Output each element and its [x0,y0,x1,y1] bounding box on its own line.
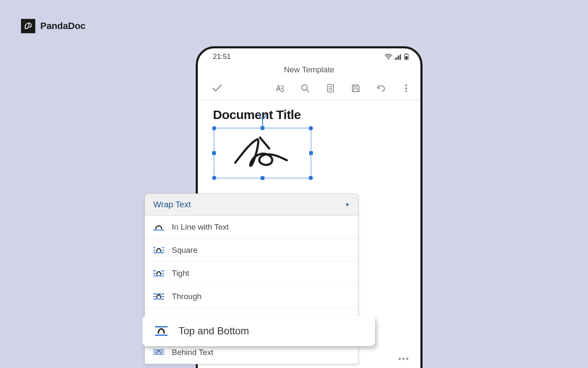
brand-mark-icon [21,19,35,33]
status-bar: 21:51 [198,48,420,63]
app-title: New Template [198,63,420,79]
wifi-icon [385,54,392,60]
toolbar [198,79,420,100]
svg-rect-4 [400,54,401,60]
font-style-button[interactable] [272,81,289,95]
rotate-stem [262,119,263,127]
reading-mode-button[interactable] [322,81,339,95]
undo-button[interactable] [373,81,389,95]
signature-image[interactable] [214,128,311,178]
wrap-option-label: Behind Text [172,348,213,357]
wrap-option-tight[interactable]: Tight [145,262,358,285]
svg-rect-15 [354,89,358,92]
confirm-button[interactable] [209,81,226,95]
wrap-option-label: Top and Bottom [178,325,249,337]
selected-image-box[interactable] [214,128,311,178]
wrap-text-popup: Wrap Text ▼ In Line with Text Square Tig… [144,193,359,364]
overflow-menu-button[interactable]: ••• [398,354,410,364]
search-button[interactable] [297,81,314,95]
wrap-top-bottom-icon [154,326,168,336]
wrap-square-icon [153,246,164,254]
wrap-option-label: Through [172,292,202,301]
wrap-option-inline[interactable]: In Line with Text [145,216,358,239]
wrap-tight-icon [153,270,164,277]
save-button[interactable] [347,81,364,95]
wrap-through-icon [153,293,164,300]
wrap-option-label: Tight [172,269,189,278]
wrap-option-top-bottom-highlighted[interactable]: Top and Bottom [142,316,375,346]
popup-header[interactable]: Wrap Text ▼ [145,194,358,216]
svg-rect-6 [405,56,408,59]
document-title: Document Title [213,108,405,122]
brand-logo: PandaDoc [21,19,86,33]
wrap-option-label: In Line with Text [172,222,229,232]
battery-icon [404,53,409,60]
wrap-behind-icon [153,349,164,356]
wrap-option-square[interactable]: Square [145,239,358,262]
rotate-handle-icon[interactable] [259,112,266,119]
svg-point-8 [302,85,307,90]
brand-name: PandaDoc [40,21,86,32]
svg-line-9 [307,90,309,92]
popup-title: Wrap Text [153,200,191,209]
wrap-option-label: Square [172,246,197,255]
status-time: 21:51 [213,53,231,61]
svg-rect-3 [398,56,399,60]
document-canvas[interactable]: Document Title [198,100,420,186]
svg-rect-1 [395,58,396,60]
status-icons [385,53,409,60]
dropdown-arrow-icon: ▼ [345,202,350,208]
wrap-option-through[interactable]: Through [145,285,358,308]
more-menu-button[interactable] [398,81,415,95]
wrap-inline-icon [153,223,164,231]
signal-icon [395,54,402,60]
svg-rect-2 [396,57,398,60]
svg-point-17 [405,87,407,89]
svg-point-18 [405,90,407,92]
svg-point-16 [405,85,407,86]
svg-point-0 [388,58,389,59]
svg-rect-7 [406,53,407,54]
